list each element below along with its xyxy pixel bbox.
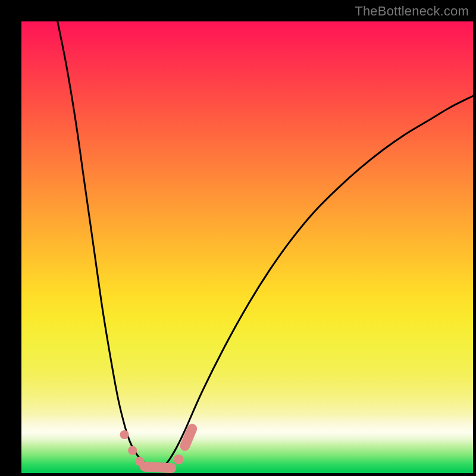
chart-svg xyxy=(21,21,473,473)
data-marker xyxy=(145,466,171,468)
marker-layer xyxy=(120,429,192,468)
curve-right-branch xyxy=(157,96,473,469)
watermark-text: TheBottleneck.com xyxy=(355,4,469,19)
data-marker xyxy=(185,429,192,446)
data-marker xyxy=(174,455,184,465)
chart-plot-area xyxy=(21,21,473,473)
data-marker xyxy=(128,446,137,455)
curve-left-branch xyxy=(58,21,157,469)
curve-layer xyxy=(58,21,473,469)
data-marker xyxy=(120,430,129,439)
